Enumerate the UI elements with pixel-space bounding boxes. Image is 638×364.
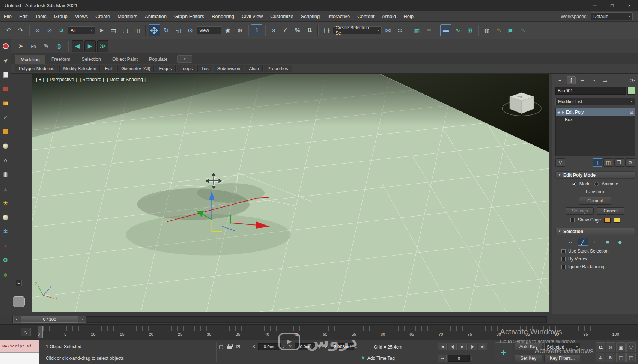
left-tool-icon-11[interactable]: ▲ [0, 182, 11, 196]
ribbon-panel-button[interactable]: Align [245, 65, 263, 72]
left-tool-icon-16[interactable]: ⚙ [0, 253, 11, 267]
material-editor-icon[interactable]: ◍ [481, 24, 492, 36]
by-vertex-checkbox[interactable] [561, 257, 566, 261]
use-pivot-point-icon[interactable]: ◉ [222, 24, 233, 36]
ribbon-panel-button[interactable]: Tris [197, 65, 212, 72]
unlink-selection-icon[interactable]: ⊘ [44, 24, 55, 36]
select-object-icon[interactable]: ➤ [96, 24, 107, 36]
selection-region-icon[interactable]: ▢ [219, 344, 223, 349]
menu-item[interactable]: Customize [266, 11, 297, 21]
z-spinner[interactable]: ▴▾ [355, 345, 357, 349]
rectangular-selection-region-icon[interactable]: ▢ [120, 24, 131, 36]
configure-modifier-sets-button[interactable]: ⚙ [625, 158, 635, 167]
left-tool-icon-12[interactable]: ★ [0, 196, 11, 210]
animate-radio[interactable] [594, 182, 599, 186]
redo-icon[interactable]: ↷ [15, 24, 26, 36]
key-mode-toggle-icon[interactable]: ⊶ [438, 355, 447, 362]
render-production-icon[interactable]: ♨ [517, 24, 528, 36]
key-filter-selection-dropdown[interactable]: Selected ▾ [544, 343, 580, 351]
select-and-rotate-icon[interactable]: ↻ [161, 24, 172, 36]
ribbon-tab[interactable]: Modeling [15, 55, 45, 64]
z-coordinate-field[interactable] [331, 343, 354, 350]
cage-selected-color-swatch[interactable] [614, 218, 620, 223]
left-tool-icon-7[interactable] [0, 125, 11, 139]
menu-item[interactable]: Scripting [297, 11, 324, 21]
edge-subobject-icon[interactable]: ╱ [578, 238, 588, 246]
expand-icon[interactable]: ▶ [562, 111, 564, 114]
selection-rollout-header[interactable]: ▼ Selection [555, 228, 635, 235]
left-tool-icon-8[interactable] [0, 139, 11, 153]
scene-explorer-icon[interactable]: ▦ [411, 24, 423, 36]
undo-icon[interactable]: ↶ [3, 24, 14, 36]
viewport-general-menu[interactable]: [ + ] [36, 77, 44, 82]
pen-icon[interactable]: ✎ [41, 40, 52, 52]
named-selection-sets-icon[interactable]: { } [321, 24, 332, 36]
left-tool-icon-17[interactable]: ♣ [0, 267, 11, 281]
step-forward-icon[interactable]: ≫ [97, 40, 108, 52]
curve-editor-icon[interactable]: ∿ [452, 24, 463, 36]
ribbon-tab[interactable]: Freeform [46, 55, 76, 64]
current-frame-field[interactable] [448, 355, 470, 362]
add-time-tag[interactable]: ⚑ Add Time Tag [361, 356, 395, 361]
previous-frame-icon[interactable]: ◀| [448, 343, 457, 350]
maximize-viewport-icon[interactable]: ◳ [626, 353, 636, 362]
left-tool-icon-5[interactable] [0, 96, 11, 110]
ribbon-toggle-icon[interactable]: ▬ [440, 24, 451, 36]
commit-button[interactable]: Commit [579, 197, 611, 205]
keyboard-shortcut-override-icon[interactable]: ⇧ [251, 24, 262, 36]
previous-frame-icon[interactable]: < [13, 316, 21, 323]
menu-item[interactable]: File [0, 11, 15, 21]
use-stack-selection-checkbox[interactable] [561, 249, 566, 253]
ribbon-minimize-button[interactable]: ▾ [177, 55, 192, 63]
pan-icon[interactable] [596, 353, 605, 362]
mini-curve-editor-icon[interactable]: ∿ [21, 328, 31, 336]
layer-explorer-icon[interactable]: ≣ [423, 24, 435, 36]
display-tab-icon[interactable]: ▭ [600, 76, 609, 84]
select-and-move-icon[interactable] [149, 24, 160, 36]
viewport-canvas[interactable]: x y z TOP [32, 74, 549, 312]
time-slider[interactable]: < 0 / 100 > [13, 316, 86, 323]
menu-item[interactable]: Modifiers [114, 11, 141, 21]
ribbon-panel-button[interactable]: Edges [155, 65, 175, 72]
absolute-offset-toggle-icon[interactable]: ⊠ [236, 344, 240, 349]
menu-item[interactable]: Interactive [324, 11, 354, 21]
window-crossing-icon[interactable]: ◫ [132, 24, 143, 36]
cage-color-swatch[interactable] [604, 218, 611, 223]
remove-modifier-button[interactable]: ⊔ [614, 158, 624, 167]
cursor-highlight-icon[interactable]: ➤ [15, 40, 26, 52]
x-coordinate-field[interactable] [258, 343, 281, 350]
fn-box-icon[interactable]: Fn [28, 40, 39, 52]
snaps-toggle-icon[interactable]: 3 [268, 24, 279, 36]
menu-item[interactable]: Animation [141, 11, 170, 21]
cancel-button[interactable]: Cancel [597, 207, 624, 215]
maxscript-listener-row[interactable] [0, 352, 39, 364]
bind-to-space-warp-icon[interactable]: ≋ [56, 24, 67, 36]
viewport-layout-tab[interactable] [13, 296, 25, 307]
key-filters-button[interactable]: Key Filters... [544, 355, 580, 362]
visibility-icon[interactable]: ◉ [557, 110, 561, 114]
y-coordinate-field[interactable] [295, 343, 317, 350]
stack-item-box[interactable]: Box [556, 116, 635, 123]
zoom-all-icon[interactable]: ⊚ [606, 342, 615, 352]
menu-item[interactable]: Views [71, 11, 92, 21]
field-of-view-icon[interactable]: ▽ [626, 342, 636, 352]
element-subobject-icon[interactable]: ◆ [615, 238, 625, 246]
selection-lock-icon[interactable] [227, 346, 232, 349]
select-and-place-icon[interactable]: ⊙ [185, 24, 196, 36]
border-subobject-icon[interactable]: ○ [590, 238, 600, 246]
play-icon[interactable]: ▶ [84, 40, 96, 52]
make-unique-button[interactable]: ◫ [603, 158, 613, 167]
left-tool-icon-4[interactable] [0, 82, 11, 96]
play-animation-icon[interactable]: ▶ [458, 343, 467, 350]
next-frame-icon[interactable]: > [78, 316, 86, 323]
object-name-field[interactable] [555, 87, 626, 95]
menu-item[interactable]: Edit [15, 11, 31, 21]
angle-snap-icon[interactable]: ∠ [280, 24, 291, 36]
ribbon-tab[interactable]: Selection [76, 55, 106, 64]
next-frame-icon[interactable]: |▶ [468, 343, 477, 350]
viewport-pov-menu[interactable]: [ Perspective ] [47, 77, 77, 82]
layout-flyout-icon[interactable]: ▶ [16, 280, 22, 286]
viewport-shading-menu[interactable]: [ Default Shading ] [107, 77, 146, 82]
menu-item[interactable]: Graph Editors [170, 11, 208, 21]
set-keys-button[interactable]: + [495, 342, 512, 362]
